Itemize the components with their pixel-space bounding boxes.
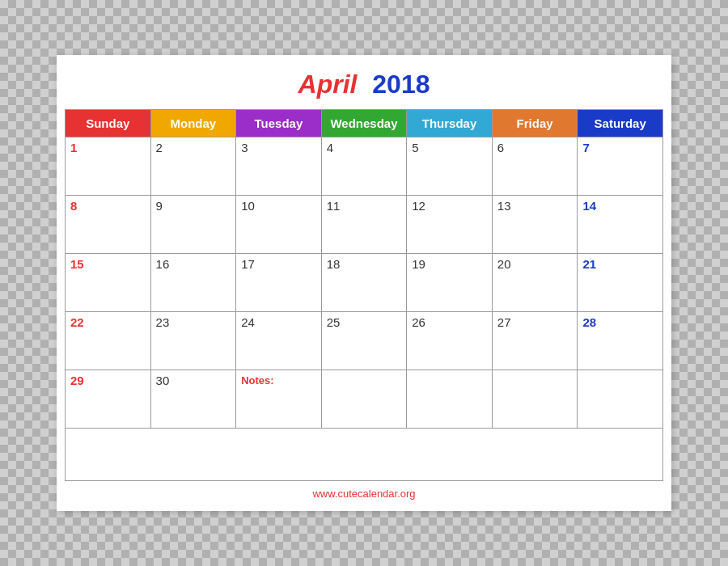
day-number: 13 — [497, 199, 511, 213]
week-row-5: 29 30 Notes: — [66, 370, 663, 429]
day-cell: 6 — [492, 137, 578, 196]
day-cell: 1 — [66, 137, 151, 196]
day-number: 1 — [70, 141, 77, 154]
day-number: 21 — [582, 257, 596, 271]
day-cell: 22 — [66, 312, 151, 370]
day-cell: 27 — [492, 312, 578, 370]
day-cell: 30 — [150, 370, 236, 429]
day-cell: 16 — [150, 254, 236, 312]
header-sunday: Sunday — [66, 110, 151, 137]
day-cell: 2 — [150, 137, 236, 196]
week-row-2: 8 9 10 11 12 13 14 — [66, 196, 663, 254]
day-number: 20 — [497, 257, 511, 271]
day-cell: 9 — [150, 196, 236, 254]
day-cell: 23 — [150, 312, 236, 370]
day-number: 19 — [412, 257, 425, 271]
notes-cell: Notes: — [236, 370, 322, 429]
day-number: 16 — [156, 257, 170, 271]
day-number: 10 — [241, 199, 255, 213]
week-row-4: 22 23 24 25 26 27 28 — [66, 312, 663, 370]
header-wednesday: Wednesday — [321, 110, 407, 137]
day-number: 18 — [327, 257, 341, 271]
day-number: 2 — [156, 141, 163, 154]
extra-notes-area — [66, 429, 663, 481]
week-row-1: 1 2 3 4 5 6 7 — [66, 137, 663, 196]
day-number: 28 — [582, 315, 596, 329]
day-number: 24 — [241, 315, 255, 329]
header-friday: Friday — [492, 110, 578, 137]
header-thursday: Thursday — [407, 110, 493, 137]
day-number: 25 — [327, 315, 341, 329]
day-number: 5 — [412, 141, 418, 154]
calendar-table: Sunday Monday Tuesday Wednesday Thursday… — [65, 109, 663, 481]
day-cell: 10 — [236, 196, 322, 254]
day-cell: 18 — [321, 254, 407, 312]
day-cell — [321, 370, 407, 429]
day-cell — [578, 370, 663, 429]
day-cell: 12 — [407, 196, 493, 254]
day-number: 30 — [156, 374, 170, 387]
day-cell: 26 — [407, 312, 493, 370]
website-row: www.cutecalendar.org — [65, 481, 663, 503]
day-number: 15 — [70, 257, 84, 271]
header-tuesday: Tuesday — [236, 110, 322, 137]
day-cell: 14 — [578, 196, 663, 254]
day-cell — [492, 370, 578, 429]
day-number: 6 — [497, 141, 504, 154]
day-number: 22 — [70, 315, 84, 329]
extra-notes-row — [66, 429, 663, 481]
day-cell: 3 — [236, 137, 322, 196]
day-number: 27 — [497, 315, 511, 329]
day-cell: 24 — [236, 312, 322, 370]
day-number: 17 — [241, 257, 255, 271]
day-cell: 7 — [578, 137, 663, 196]
header-row: Sunday Monday Tuesday Wednesday Thursday… — [66, 110, 663, 137]
day-cell: 28 — [578, 312, 663, 370]
day-cell: 25 — [321, 312, 407, 370]
header-saturday: Saturday — [578, 110, 663, 137]
day-cell: 29 — [66, 370, 151, 429]
month-label: April — [298, 70, 358, 99]
day-number: 7 — [582, 141, 589, 154]
week-row-3: 15 16 17 18 19 20 21 — [66, 254, 663, 312]
day-cell: 17 — [236, 254, 322, 312]
year-label: 2018 — [372, 70, 430, 99]
calendar-title: April 2018 — [65, 70, 663, 99]
day-number: 3 — [241, 141, 248, 154]
day-cell: 20 — [492, 254, 578, 312]
header-monday: Monday — [150, 110, 236, 137]
day-cell: 21 — [578, 254, 663, 312]
day-number: 11 — [327, 199, 341, 213]
day-cell — [407, 370, 493, 429]
calendar-container: April 2018 Sunday Monday Tuesday Wednesd… — [57, 55, 671, 511]
day-number: 14 — [582, 199, 596, 213]
website-link: www.cutecalendar.org — [312, 488, 415, 500]
day-number: 26 — [412, 315, 425, 329]
day-cell: 4 — [321, 137, 407, 196]
day-number: 23 — [156, 315, 170, 329]
day-cell: 15 — [66, 254, 151, 312]
day-cell: 13 — [492, 196, 578, 254]
day-number: 8 — [70, 199, 77, 213]
day-cell: 8 — [66, 196, 151, 254]
day-number: 29 — [70, 374, 84, 387]
day-number: 4 — [327, 141, 333, 154]
notes-label: Notes: — [241, 374, 273, 386]
day-cell: 5 — [407, 137, 493, 196]
day-cell: 19 — [407, 254, 493, 312]
day-cell: 11 — [321, 196, 407, 254]
day-number: 9 — [156, 199, 163, 213]
day-number: 12 — [412, 199, 425, 213]
